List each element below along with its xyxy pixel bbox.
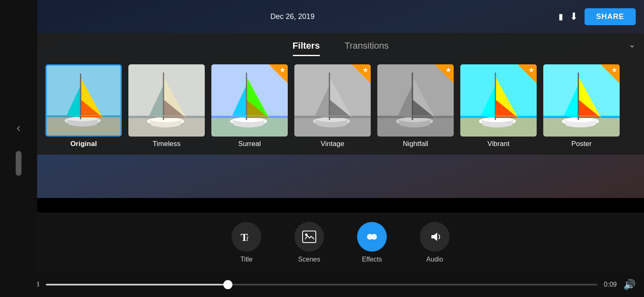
top-right-actions: ▮ ⬇ SHARE	[559, 8, 636, 25]
date-label: Dec 26, 2019	[270, 12, 315, 21]
panel-collapse-button[interactable]: ⌄	[628, 39, 636, 50]
left-nav: ‹	[0, 0, 37, 297]
premium-badge-icon	[269, 64, 288, 83]
tool-label-scenes: Scenes	[298, 256, 320, 263]
svg-point-75	[371, 234, 377, 240]
tool-icon-title: Tt	[232, 222, 261, 252]
filter-label-vintage: Vintage	[321, 140, 344, 148]
tool-item-audio[interactable]: Audio	[420, 222, 450, 263]
premium-badge-icon	[435, 64, 454, 83]
filter-item-timeless[interactable]: Timeless	[128, 64, 205, 148]
filter-thumb-nightfall	[377, 64, 454, 137]
filter-label-nightfall: Nightfall	[403, 140, 428, 148]
filter-thumb-vibrant	[460, 64, 537, 137]
tool-item-title[interactable]: TtTitle	[232, 222, 261, 263]
top-bar: ✎ Dec 26, 2019 ▮ ⬇ SHARE	[0, 0, 644, 33]
progress-track[interactable]	[46, 284, 597, 285]
tool-icon-audio	[420, 222, 450, 252]
tab-filters[interactable]: Filters	[293, 40, 320, 56]
tab-bar: Filters Transitions ⌄	[37, 33, 644, 56]
filter-item-vintage[interactable]: Vintage	[294, 64, 371, 148]
progress-fill	[46, 284, 228, 285]
filter-thumb-surreal	[211, 64, 288, 137]
nav-back-chevron[interactable]: ‹	[17, 121, 20, 134]
tool-item-effects[interactable]: Effects	[357, 222, 387, 263]
filters-row: Original Timeless	[37, 56, 644, 155]
premium-badge-icon	[601, 64, 620, 83]
svg-rect-72	[303, 231, 316, 243]
tool-label-title: Title	[240, 256, 253, 263]
filter-label-surreal: Surreal	[238, 140, 261, 148]
time-total: 0:09	[604, 281, 617, 288]
progress-thumb[interactable]	[223, 280, 232, 289]
download-button[interactable]: ⬇	[570, 11, 578, 22]
share-button[interactable]: SHARE	[585, 8, 636, 25]
bottom-toolbar: TtTitleScenesEffectsAudio	[37, 212, 644, 272]
tool-icon-scenes	[294, 222, 324, 252]
premium-badge-icon	[518, 64, 537, 83]
filter-item-poster[interactable]: Poster	[543, 64, 620, 148]
filter-label-vibrant: Vibrant	[488, 140, 510, 148]
filter-thumb-vintage	[294, 64, 371, 137]
filter-label-timeless: Timeless	[153, 140, 180, 148]
svg-text:t: t	[246, 234, 249, 243]
filter-item-surreal[interactable]: Surreal	[211, 64, 288, 148]
svg-point-73	[305, 233, 308, 236]
filter-item-vibrant[interactable]: Vibrant	[460, 64, 537, 148]
tab-transitions[interactable]: Transitions	[345, 40, 389, 56]
top-center: Dec 26, 2019	[270, 12, 315, 21]
filter-label-poster: Poster	[571, 140, 592, 148]
tool-item-scenes[interactable]: Scenes	[294, 222, 324, 263]
tool-label-audio: Audio	[426, 256, 443, 263]
playback-bar: ▶ 0:03 0:09 🔊	[0, 272, 644, 297]
tool-label-effects: Effects	[362, 256, 382, 263]
filter-item-original[interactable]: Original	[45, 64, 122, 148]
filter-item-nightfall[interactable]: Nightfall	[377, 64, 454, 148]
filter-panel: Filters Transitions ⌄ Original	[37, 33, 644, 155]
filter-thumb-original	[45, 64, 122, 137]
nav-handle	[16, 151, 21, 176]
tool-icon-effects	[357, 222, 387, 252]
battery-icon: ▮	[559, 12, 563, 21]
filter-thumb-timeless	[128, 64, 205, 137]
filter-label-original: Original	[70, 140, 97, 148]
filter-thumb-poster	[543, 64, 620, 137]
premium-badge-icon	[352, 64, 371, 83]
volume-button[interactable]: 🔊	[623, 279, 636, 290]
